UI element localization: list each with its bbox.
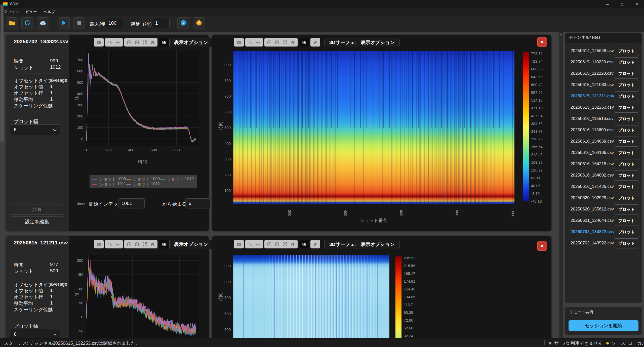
zoom-out-icon[interactable] [133,240,141,248]
delay-input[interactable] [152,18,170,28]
plot-button[interactable]: プロット [614,204,639,214]
camera-icon[interactable] [235,38,243,46]
zoom-icon[interactable] [246,240,254,248]
heatmap-1[interactable] [233,51,514,204]
chart-legend[interactable]: ショット 1008ショット 1009ショット 1010ショット 1011ショット… [90,175,197,188]
minimize-icon[interactable]: ─ [600,0,615,8]
brush-icon[interactable] [311,38,319,46]
plot-button[interactable]: プロット [614,80,639,90]
home-icon[interactable] [149,240,156,248]
plot-button[interactable]: プロット [614,238,639,248]
line-chart-2[interactable] [86,255,199,340]
file-name: 20250616_115516.csv [571,113,614,124]
start-index-input[interactable] [118,198,145,208]
camera-icon[interactable] [235,240,243,248]
scroll-up-icon[interactable]: ▲ [559,32,563,36]
menu-item-1[interactable]: ビュー [25,10,37,14]
zoom-in-icon[interactable] [265,38,273,46]
legend-item[interactable]: ショット 1012 [126,182,160,187]
plot-button[interactable]: プロット [614,57,639,67]
plot-button[interactable]: プロット [614,91,639,101]
autoscale-icon[interactable] [141,38,149,46]
autoscale-icon[interactable] [281,38,289,46]
max-columns-input[interactable] [105,18,123,28]
pan-icon[interactable] [254,38,262,46]
pan-icon[interactable] [254,240,262,248]
menu-item-0[interactable]: ファイル [4,10,19,14]
scaling-factor-label: スケーリング係数 [14,103,53,109]
zoom-out-icon[interactable] [273,38,281,46]
zoom-icon[interactable] [246,38,254,46]
plot-width-select[interactable]: 6 [10,329,60,339]
line-chart-1[interactable] [86,51,199,146]
camera-icon[interactable] [95,240,103,248]
display-options-button[interactable]: 表示オプション [169,38,213,47]
close-plot-button[interactable]: ✕ [537,241,547,251]
stop-button[interactable] [73,17,85,29]
pan-icon[interactable] [114,240,122,248]
modebar-group [310,38,320,47]
help-button[interactable]: ? [193,17,205,29]
autoscale-icon[interactable] [141,240,149,248]
plot-button[interactable]: プロット [614,227,639,237]
plotly-logo-icon[interactable] [300,240,308,248]
zoom-in-icon[interactable] [265,240,273,248]
plot-button[interactable]: プロット [614,103,639,113]
plotly-logo-icon[interactable] [300,38,308,46]
zoom-icon[interactable] [106,38,114,46]
scrollbar-thumb[interactable] [1,5,4,142]
brush-icon[interactable] [311,240,319,248]
tick-label: 195.17 [404,271,415,276]
heatmap-2[interactable] [233,255,389,347]
zoom-out-icon[interactable] [133,38,141,46]
zoom-in-icon[interactable] [125,240,133,248]
plot-button[interactable]: プロット [614,182,639,192]
share-button[interactable]: 共有 [10,204,64,215]
close-plot-button[interactable]: ✕ [537,37,547,47]
vertical-scrollbar[interactable]: ▲ ▼ [559,32,563,338]
plot-button[interactable]: プロット [614,69,639,79]
refresh-button[interactable] [21,17,33,29]
legend-item[interactable]: ショット 1010 [160,177,194,182]
plot-button[interactable]: プロット [614,137,639,147]
plotly-logo-icon[interactable] [160,38,168,46]
plot-button[interactable]: プロット [614,159,639,169]
offset-row-label: オフセット行 [14,90,43,97]
home-icon[interactable] [289,38,297,46]
plot-button[interactable]: プロット [614,216,639,226]
home-icon[interactable] [289,240,297,248]
legend-item[interactable]: ショット 1008 [92,177,126,182]
zoom-in-icon[interactable] [125,38,133,46]
display-options-button[interactable]: 表示オプション [169,240,213,249]
starts-from-input[interactable] [185,198,210,208]
plot-button[interactable]: プロット [614,148,639,158]
display-options-button[interactable]: 表示オプション [356,38,399,47]
close-icon[interactable]: ✕ [629,0,644,8]
legend-item[interactable]: ショット 1011 [92,182,126,187]
play-button[interactable] [58,17,70,29]
scroll-down-icon[interactable]: ▼ [559,334,563,338]
pan-icon[interactable] [114,38,122,46]
display-options-button[interactable]: 表示オプション [356,240,399,249]
autoscale-icon[interactable] [281,240,289,248]
cloud-upload-button[interactable] [37,17,49,29]
zoom-icon[interactable] [106,240,114,248]
edit-settings-button[interactable]: 設定を編集 [10,216,64,227]
source-status-icon [606,342,609,344]
plotly-logo-icon[interactable] [160,240,168,248]
zoom-out-icon[interactable] [273,240,281,248]
home-icon[interactable] [149,38,156,46]
open-folder-button[interactable] [6,17,18,29]
menu-item-2[interactable]: ヘルプ [44,10,55,14]
plot-button[interactable]: プロット [614,193,639,203]
camera-icon[interactable] [95,38,103,46]
legend-item[interactable]: ショット 1009 [126,177,160,182]
maximize-icon[interactable]: □ [615,0,629,8]
plot-button[interactable]: プロット [614,170,639,181]
info-button[interactable]: i [177,17,189,29]
plot-width-select[interactable]: 6 [10,124,60,135]
plot-button[interactable]: プロット [614,125,639,135]
plot-button[interactable]: プロット [614,114,639,124]
start-session-button[interactable]: セッションを開始 [569,320,638,331]
plot-button[interactable]: プロット [614,46,639,56]
